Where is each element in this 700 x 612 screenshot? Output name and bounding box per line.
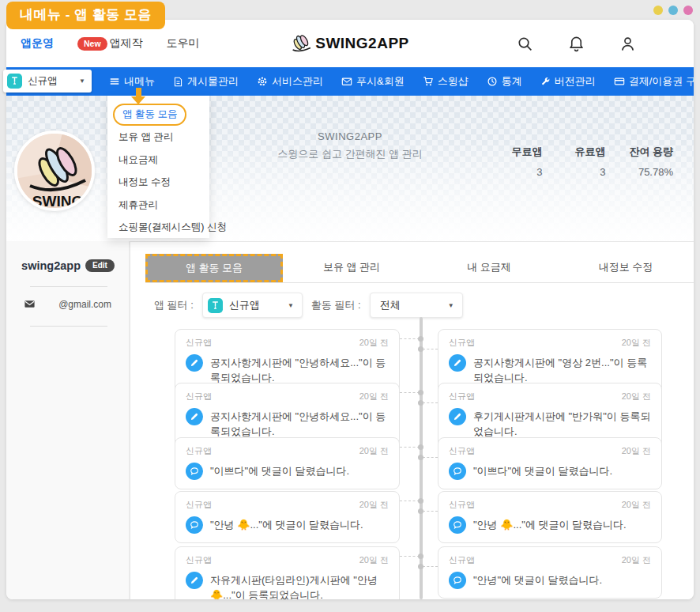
nav-item-label: 내메뉴 bbox=[124, 74, 155, 89]
timeline-connector bbox=[423, 566, 438, 567]
account-icon[interactable] bbox=[619, 35, 637, 53]
chevron-down-icon: ▼ bbox=[79, 77, 85, 85]
menu-item-edit-info[interactable]: 내정보 수정 bbox=[107, 172, 209, 195]
top-icon-group bbox=[516, 20, 637, 67]
menu-item-my-apps[interactable]: 보유 앱 관리 bbox=[107, 127, 209, 149]
stat-label: 잔여 용량 bbox=[629, 145, 673, 159]
app-selector-dropdown[interactable]: 신규앱 ▼ bbox=[3, 70, 92, 93]
stat-remaining-capacity: 잔여 용량 75.78% bbox=[629, 145, 673, 178]
activity-app-name: 신규앱 bbox=[449, 499, 475, 511]
tab-app-activity[interactable]: 앱 활동 모음 bbox=[145, 254, 283, 282]
activity-app-name: 신규앱 bbox=[449, 391, 475, 402]
nav-item-label: 서비스관리 bbox=[272, 74, 323, 89]
activity-type-icon bbox=[449, 408, 466, 425]
activity-card[interactable]: 신규앱20일 전 "안녕"에 댓글이 달렸습니다. bbox=[438, 546, 662, 599]
timeline-dot bbox=[418, 336, 423, 342]
highlight-arrow-icon bbox=[131, 96, 145, 104]
activity-type-icon bbox=[186, 408, 203, 425]
nav-item-payment[interactable]: 결제/이용권 구매 bbox=[614, 74, 694, 89]
activity-type-icon bbox=[186, 463, 203, 480]
envelope-icon bbox=[24, 298, 36, 310]
top-tab-app-create[interactable]: New 앱제작 bbox=[77, 36, 143, 51]
top-tab-app-operation[interactable]: 앱운영 bbox=[21, 36, 54, 51]
nav-item-version[interactable]: 버전관리 bbox=[540, 74, 596, 89]
activity-app-name: 신규앱 bbox=[186, 337, 212, 349]
stat-value: 3 bbox=[502, 166, 542, 178]
menu-item-my-plan[interactable]: 내요금제 bbox=[107, 149, 209, 172]
stat-value: 3 bbox=[566, 166, 605, 178]
timeline-connector bbox=[423, 457, 438, 458]
main-navbar: 내메뉴 게시물관리 서비스관리 푸시&회원 스윙샵 통계 bbox=[6, 67, 694, 96]
activity-card[interactable]: 신규앱20일 전 자유게시판(타임라인)게시판에 "안녕 🐥..."이 등록되었… bbox=[175, 546, 400, 599]
activity-text: 후기게시판게시판에 "반가워"이 등록되었습니다. bbox=[473, 408, 651, 440]
new-badge: New bbox=[77, 37, 107, 51]
profile-sidebar: swing2app Edit @gmail.com bbox=[6, 241, 130, 599]
stat-label: 유료앱 bbox=[566, 145, 605, 159]
menu-item-partnership[interactable]: 제휴관리 bbox=[107, 194, 209, 217]
activity-app-name: 신규앱 bbox=[186, 391, 212, 402]
timeline-connector bbox=[400, 501, 420, 501]
nav-item-label: 게시물관리 bbox=[187, 74, 239, 89]
activity-time: 20일 전 bbox=[622, 337, 651, 349]
mail-icon bbox=[341, 76, 352, 87]
timeline-dot bbox=[418, 508, 423, 514]
activity-time: 20일 전 bbox=[359, 337, 389, 349]
nav-item-posts[interactable]: 게시물관리 bbox=[173, 74, 239, 89]
tab-edit-info[interactable]: 내정보 수정 bbox=[558, 254, 694, 282]
timeline-dot bbox=[418, 390, 423, 395]
activity-time: 20일 전 bbox=[359, 391, 389, 402]
cart-icon bbox=[423, 76, 434, 87]
search-icon[interactable] bbox=[516, 35, 534, 53]
timeline-dot bbox=[418, 455, 423, 460]
app-filter-value: 신규앱 bbox=[229, 298, 281, 312]
activity-app-name: 신규앱 bbox=[186, 499, 212, 511]
window-dot-yellow[interactable] bbox=[653, 6, 663, 15]
activity-card[interactable]: 신규앱20일 전 "이쁘다"에 댓글이 달렸습니다. bbox=[175, 437, 400, 489]
activity-card[interactable]: 신규앱20일 전 "이쁘다"에 댓글이 달렸습니다. bbox=[438, 437, 662, 489]
activity-type-icon bbox=[449, 463, 466, 480]
notification-bell-icon[interactable] bbox=[567, 35, 585, 53]
nav-item-swing-shop[interactable]: 스윙샵 bbox=[423, 74, 469, 89]
window-dot-pink[interactable] bbox=[683, 6, 693, 15]
activity-time: 20일 전 bbox=[622, 554, 651, 566]
activity-filter-select[interactable]: 전체 ▼ bbox=[370, 293, 463, 318]
menu-item-label: 앱 활동 모음 bbox=[113, 104, 186, 126]
profile-edit-button[interactable]: Edit bbox=[85, 259, 115, 272]
timeline-connector bbox=[400, 338, 420, 339]
timeline-connector bbox=[400, 447, 420, 448]
tab-my-plan[interactable]: 내 요금제 bbox=[420, 254, 558, 282]
chevron-down-icon: ▼ bbox=[448, 302, 454, 309]
timeline-dot bbox=[418, 498, 423, 504]
activity-type-icon bbox=[186, 572, 203, 589]
top-tab-helper[interactable]: 도우미 bbox=[167, 36, 200, 51]
filter-bar: 앱 필터 : 신규앱 ▼ 활동 필터 : 전체 ▼ bbox=[154, 293, 463, 318]
activity-time: 20일 전 bbox=[622, 499, 651, 511]
activity-time: 20일 전 bbox=[359, 554, 389, 566]
window-controls bbox=[653, 6, 693, 15]
sidebar-divider bbox=[30, 286, 107, 287]
profile-email: @gmail.com bbox=[36, 299, 111, 310]
brand-logo[interactable]: SWING2APP bbox=[291, 20, 409, 67]
menu-item-shop-apply[interactable]: 쇼핑몰(결제시스템) 신청 bbox=[107, 217, 209, 240]
nav-item-services[interactable]: 서비스관리 bbox=[257, 74, 323, 89]
nav-item-statistics[interactable]: 통계 bbox=[487, 74, 522, 89]
timeline-connector bbox=[423, 402, 438, 403]
activity-type-icon bbox=[449, 354, 466, 372]
activity-filter-value: 전체 bbox=[380, 298, 442, 312]
window-dot-blue[interactable] bbox=[668, 6, 678, 15]
avatar[interactable]: SWING bbox=[14, 130, 95, 211]
nav-item-push-members[interactable]: 푸시&회원 bbox=[341, 74, 405, 89]
activity-app-name: 신규앱 bbox=[186, 554, 212, 566]
brand-logo-text: SWING2APP bbox=[315, 35, 409, 52]
app-filter-select[interactable]: 신규앱 ▼ bbox=[202, 293, 303, 318]
nav-item-label: 푸시&회원 bbox=[356, 74, 405, 89]
nav-item-my-menu[interactable]: 내메뉴 bbox=[109, 74, 155, 89]
activity-time: 20일 전 bbox=[359, 445, 389, 457]
activity-card[interactable]: 신규앱20일 전 "안녕 🐥..."에 댓글이 달렸습니다. bbox=[438, 491, 662, 543]
tab-my-apps[interactable]: 보유 앱 관리 bbox=[283, 254, 420, 282]
activity-card[interactable]: 신규앱20일 전 "안녕 🐥..."에 댓글이 달렸습니다. bbox=[175, 491, 400, 543]
activity-type-icon bbox=[449, 572, 466, 589]
activity-text: "안녕 🐥..."에 댓글이 달렸습니다. bbox=[473, 516, 627, 533]
menu-item-app-activity[interactable]: 앱 활동 모음 bbox=[107, 104, 209, 127]
card-icon bbox=[614, 76, 625, 87]
